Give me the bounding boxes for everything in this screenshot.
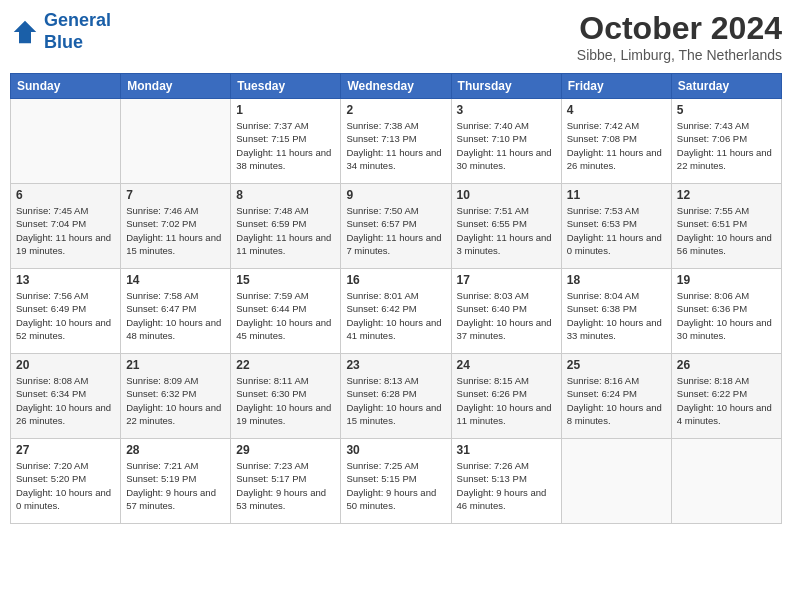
day-number: 15 [236,273,335,287]
day-number: 20 [16,358,115,372]
day-number: 30 [346,443,445,457]
day-info: Sunrise: 8:09 AM Sunset: 6:32 PM Dayligh… [126,374,225,427]
logo-blue: Blue [44,32,83,52]
day-number: 27 [16,443,115,457]
day-number: 24 [457,358,556,372]
day-info: Sunrise: 7:43 AM Sunset: 7:06 PM Dayligh… [677,119,776,172]
page-header: General Blue October 2024 Sibbe, Limburg… [10,10,782,63]
day-info: Sunrise: 7:40 AM Sunset: 7:10 PM Dayligh… [457,119,556,172]
logo: General Blue [10,10,111,53]
day-info: Sunrise: 7:21 AM Sunset: 5:19 PM Dayligh… [126,459,225,512]
week-row-5: 27Sunrise: 7:20 AM Sunset: 5:20 PM Dayli… [11,439,782,524]
calendar-cell: 11Sunrise: 7:53 AM Sunset: 6:53 PM Dayli… [561,184,671,269]
day-info: Sunrise: 7:38 AM Sunset: 7:13 PM Dayligh… [346,119,445,172]
calendar-cell: 22Sunrise: 8:11 AM Sunset: 6:30 PM Dayli… [231,354,341,439]
day-number: 23 [346,358,445,372]
calendar-cell: 21Sunrise: 8:09 AM Sunset: 6:32 PM Dayli… [121,354,231,439]
title-section: October 2024 Sibbe, Limburg, The Netherl… [577,10,782,63]
calendar-cell: 8Sunrise: 7:48 AM Sunset: 6:59 PM Daylig… [231,184,341,269]
day-number: 16 [346,273,445,287]
header-thursday: Thursday [451,74,561,99]
logo-general: General [44,10,111,30]
calendar-cell: 7Sunrise: 7:46 AM Sunset: 7:02 PM Daylig… [121,184,231,269]
header-wednesday: Wednesday [341,74,451,99]
header-sunday: Sunday [11,74,121,99]
day-number: 13 [16,273,115,287]
header-friday: Friday [561,74,671,99]
calendar-cell: 1Sunrise: 7:37 AM Sunset: 7:15 PM Daylig… [231,99,341,184]
calendar-cell: 19Sunrise: 8:06 AM Sunset: 6:36 PM Dayli… [671,269,781,354]
day-number: 12 [677,188,776,202]
day-number: 17 [457,273,556,287]
day-number: 10 [457,188,556,202]
day-number: 3 [457,103,556,117]
day-info: Sunrise: 7:56 AM Sunset: 6:49 PM Dayligh… [16,289,115,342]
day-number: 7 [126,188,225,202]
day-info: Sunrise: 7:58 AM Sunset: 6:47 PM Dayligh… [126,289,225,342]
location-text: Sibbe, Limburg, The Netherlands [577,47,782,63]
calendar-cell: 3Sunrise: 7:40 AM Sunset: 7:10 PM Daylig… [451,99,561,184]
day-number: 6 [16,188,115,202]
day-number: 22 [236,358,335,372]
calendar-cell: 25Sunrise: 8:16 AM Sunset: 6:24 PM Dayli… [561,354,671,439]
calendar-cell: 29Sunrise: 7:23 AM Sunset: 5:17 PM Dayli… [231,439,341,524]
day-info: Sunrise: 7:45 AM Sunset: 7:04 PM Dayligh… [16,204,115,257]
calendar-cell: 24Sunrise: 8:15 AM Sunset: 6:26 PM Dayli… [451,354,561,439]
day-number: 31 [457,443,556,457]
calendar-cell: 28Sunrise: 7:21 AM Sunset: 5:19 PM Dayli… [121,439,231,524]
calendar-cell [671,439,781,524]
calendar-header-row: SundayMondayTuesdayWednesdayThursdayFrid… [11,74,782,99]
day-number: 2 [346,103,445,117]
day-info: Sunrise: 8:06 AM Sunset: 6:36 PM Dayligh… [677,289,776,342]
calendar-cell: 27Sunrise: 7:20 AM Sunset: 5:20 PM Dayli… [11,439,121,524]
day-number: 11 [567,188,666,202]
day-number: 18 [567,273,666,287]
day-info: Sunrise: 8:16 AM Sunset: 6:24 PM Dayligh… [567,374,666,427]
day-number: 5 [677,103,776,117]
logo-text: General Blue [44,10,111,53]
calendar-cell: 2Sunrise: 7:38 AM Sunset: 7:13 PM Daylig… [341,99,451,184]
week-row-2: 6Sunrise: 7:45 AM Sunset: 7:04 PM Daylig… [11,184,782,269]
header-tuesday: Tuesday [231,74,341,99]
day-number: 28 [126,443,225,457]
day-info: Sunrise: 7:59 AM Sunset: 6:44 PM Dayligh… [236,289,335,342]
day-info: Sunrise: 7:37 AM Sunset: 7:15 PM Dayligh… [236,119,335,172]
logo-icon [10,17,40,47]
day-number: 8 [236,188,335,202]
calendar-cell: 26Sunrise: 8:18 AM Sunset: 6:22 PM Dayli… [671,354,781,439]
day-info: Sunrise: 7:25 AM Sunset: 5:15 PM Dayligh… [346,459,445,512]
calendar-cell: 17Sunrise: 8:03 AM Sunset: 6:40 PM Dayli… [451,269,561,354]
day-info: Sunrise: 8:01 AM Sunset: 6:42 PM Dayligh… [346,289,445,342]
calendar-cell [11,99,121,184]
day-info: Sunrise: 7:53 AM Sunset: 6:53 PM Dayligh… [567,204,666,257]
svg-marker-0 [14,20,37,43]
day-info: Sunrise: 7:46 AM Sunset: 7:02 PM Dayligh… [126,204,225,257]
week-row-1: 1Sunrise: 7:37 AM Sunset: 7:15 PM Daylig… [11,99,782,184]
day-number: 25 [567,358,666,372]
header-saturday: Saturday [671,74,781,99]
day-info: Sunrise: 8:11 AM Sunset: 6:30 PM Dayligh… [236,374,335,427]
day-number: 14 [126,273,225,287]
day-number: 1 [236,103,335,117]
day-number: 29 [236,443,335,457]
calendar-cell [561,439,671,524]
calendar-cell: 13Sunrise: 7:56 AM Sunset: 6:49 PM Dayli… [11,269,121,354]
day-number: 26 [677,358,776,372]
calendar-cell: 15Sunrise: 7:59 AM Sunset: 6:44 PM Dayli… [231,269,341,354]
day-info: Sunrise: 7:51 AM Sunset: 6:55 PM Dayligh… [457,204,556,257]
day-info: Sunrise: 7:42 AM Sunset: 7:08 PM Dayligh… [567,119,666,172]
calendar-cell: 23Sunrise: 8:13 AM Sunset: 6:28 PM Dayli… [341,354,451,439]
day-info: Sunrise: 7:23 AM Sunset: 5:17 PM Dayligh… [236,459,335,512]
calendar-cell: 6Sunrise: 7:45 AM Sunset: 7:04 PM Daylig… [11,184,121,269]
day-info: Sunrise: 8:04 AM Sunset: 6:38 PM Dayligh… [567,289,666,342]
day-info: Sunrise: 8:08 AM Sunset: 6:34 PM Dayligh… [16,374,115,427]
calendar-cell: 31Sunrise: 7:26 AM Sunset: 5:13 PM Dayli… [451,439,561,524]
calendar-cell: 12Sunrise: 7:55 AM Sunset: 6:51 PM Dayli… [671,184,781,269]
day-info: Sunrise: 7:55 AM Sunset: 6:51 PM Dayligh… [677,204,776,257]
calendar-cell: 20Sunrise: 8:08 AM Sunset: 6:34 PM Dayli… [11,354,121,439]
day-info: Sunrise: 8:03 AM Sunset: 6:40 PM Dayligh… [457,289,556,342]
calendar-cell [121,99,231,184]
calendar-table: SundayMondayTuesdayWednesdayThursdayFrid… [10,73,782,524]
day-info: Sunrise: 7:20 AM Sunset: 5:20 PM Dayligh… [16,459,115,512]
calendar-cell: 30Sunrise: 7:25 AM Sunset: 5:15 PM Dayli… [341,439,451,524]
